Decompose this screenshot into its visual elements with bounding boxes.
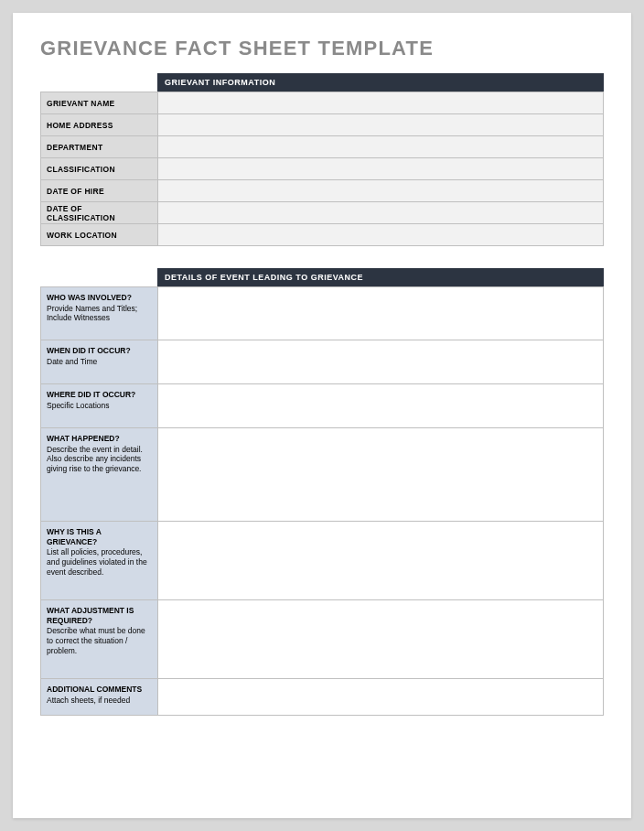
info-row: HOME ADDRESS (41, 114, 604, 136)
details-row: WHAT HAPPENED?Describe the event in deta… (41, 428, 604, 522)
details-question-cell: WHAT ADJUSTMENT IS REQUIRED?Describe wha… (41, 600, 158, 679)
details-subtext: Date and Time (47, 357, 152, 367)
details-subtext: Describe the event in detail. Also descr… (47, 445, 152, 474)
details-answer[interactable] (158, 600, 604, 679)
details-subtext: Provide Names and Titles; Include Witnes… (47, 304, 152, 323)
details-subtext: List all policies, procedures, and guide… (47, 547, 152, 577)
info-value[interactable] (158, 136, 604, 158)
info-row: WORK LOCATION (41, 224, 604, 246)
header-spacer (40, 268, 157, 286)
section1-header: GRIEVANT INFORMATION (157, 73, 604, 92)
section1-header-row: GRIEVANT INFORMATION (40, 73, 604, 92)
details-row: WHY IS THIS A GRIEVANCE?List all policie… (41, 522, 604, 600)
info-value[interactable] (158, 158, 604, 180)
info-label: GRIEVANT NAME (41, 92, 158, 114)
details-question: ADDITIONAL COMMENTS (47, 685, 152, 695)
info-value[interactable] (158, 92, 604, 114)
info-value[interactable] (158, 180, 604, 202)
header-spacer (40, 73, 157, 92)
details-question: WHY IS THIS A GRIEVANCE? (47, 527, 152, 546)
details-answer[interactable] (158, 428, 604, 522)
details-row: WHAT ADJUSTMENT IS REQUIRED?Describe wha… (41, 600, 604, 679)
details-answer[interactable] (158, 679, 604, 716)
section2-header: DETAILS OF EVENT LEADING TO GRIEVANCE (157, 268, 604, 286)
details-question: WHAT ADJUSTMENT IS REQUIRED? (47, 606, 152, 625)
section-gap (40, 246, 604, 263)
info-row: DEPARTMENT (41, 136, 604, 158)
info-label: HOME ADDRESS (41, 114, 158, 136)
details-question: WHERE DID IT OCCUR? (47, 390, 152, 400)
details-row: WHERE DID IT OCCUR?Specific Locations (41, 384, 604, 428)
details-question-cell: WHAT HAPPENED?Describe the event in deta… (41, 428, 158, 522)
page: GRIEVANCE FACT SHEET TEMPLATE GRIEVANT I… (13, 13, 631, 818)
info-label: WORK LOCATION (41, 224, 158, 246)
details-question-cell: WHO WAS INVOLVED?Provide Names and Title… (41, 287, 158, 340)
info-label: DATE OF HIRE (41, 180, 158, 202)
details-question-cell: WHERE DID IT OCCUR?Specific Locations (41, 384, 158, 428)
details-answer[interactable] (158, 384, 604, 428)
info-row: CLASSIFICATION (41, 158, 604, 180)
details-answer[interactable] (158, 287, 604, 340)
details-table: WHO WAS INVOLVED?Provide Names and Title… (40, 286, 604, 716)
section2-header-row: DETAILS OF EVENT LEADING TO GRIEVANCE (40, 268, 604, 286)
details-question: WHEN DID IT OCCUR? (47, 346, 152, 356)
details-row: WHEN DID IT OCCUR?Date and Time (41, 340, 604, 384)
info-row: GRIEVANT NAME (41, 92, 604, 114)
details-row: ADDITIONAL COMMENTSAttach sheets, if nee… (41, 679, 604, 716)
grievant-info-table: GRIEVANT NAMEHOME ADDRESSDEPARTMENTCLASS… (40, 92, 604, 246)
details-row: WHO WAS INVOLVED?Provide Names and Title… (41, 287, 604, 340)
details-subtext: Attach sheets, if needed (47, 696, 152, 706)
details-answer[interactable] (158, 522, 604, 600)
info-value[interactable] (158, 114, 604, 136)
details-subtext: Describe what must be done to correct th… (47, 626, 152, 655)
info-value[interactable] (158, 202, 604, 224)
page-title: GRIEVANCE FACT SHEET TEMPLATE (40, 37, 604, 60)
info-label: DEPARTMENT (41, 136, 158, 158)
details-question: WHAT HAPPENED? (47, 434, 152, 444)
details-question-cell: ADDITIONAL COMMENTSAttach sheets, if nee… (41, 679, 158, 716)
info-label: DATE OF CLASSIFICATION (41, 202, 158, 224)
details-subtext: Specific Locations (47, 401, 152, 411)
details-question-cell: WHEN DID IT OCCUR?Date and Time (41, 340, 158, 384)
info-row: DATE OF CLASSIFICATION (41, 202, 604, 224)
details-question: WHO WAS INVOLVED? (47, 293, 152, 303)
info-row: DATE OF HIRE (41, 180, 604, 202)
details-question-cell: WHY IS THIS A GRIEVANCE?List all policie… (41, 522, 158, 600)
info-value[interactable] (158, 224, 604, 246)
info-label: CLASSIFICATION (41, 158, 158, 180)
details-answer[interactable] (158, 340, 604, 384)
